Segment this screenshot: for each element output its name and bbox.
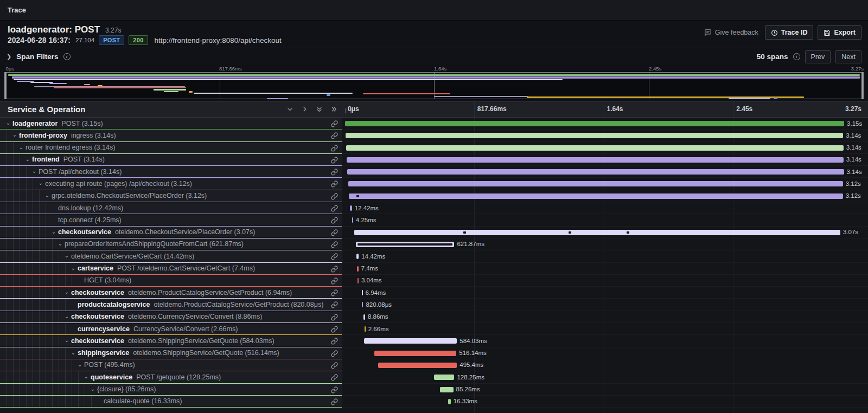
span-timeline-cell[interactable]: 3.14s — [342, 154, 868, 166]
span-name-cell[interactable]: ⌄{closure} (85.26ms) — [0, 384, 342, 396]
span-bar[interactable] — [357, 266, 358, 272]
span-bar[interactable] — [350, 205, 352, 211]
span-bar[interactable] — [346, 133, 843, 138]
span-bar[interactable] — [363, 314, 365, 320]
span-bar[interactable] — [434, 375, 454, 380]
span-name-cell[interactable]: ⌄executing api route (pages) /api/checko… — [0, 178, 342, 190]
span-link-icon[interactable] — [331, 156, 338, 166]
span-name-cell[interactable]: ⌄shippingserviceoteldemo.ShippingService… — [0, 347, 342, 359]
span-name-cell[interactable]: ⌄checkoutserviceoteldemo.ProductCatalogS… — [0, 287, 342, 299]
span-link-icon[interactable] — [331, 253, 338, 262]
info-icon[interactable]: i — [793, 53, 800, 60]
span-bar[interactable] — [365, 326, 366, 332]
span-link-icon[interactable] — [331, 350, 338, 359]
span-link-icon[interactable] — [331, 241, 338, 250]
span-link-icon[interactable] — [331, 337, 338, 347]
next-button[interactable]: Next — [835, 50, 861, 63]
span-link-icon[interactable] — [331, 204, 338, 214]
span-bar[interactable] — [374, 351, 456, 356]
span-name-cell[interactable]: ⌄cartservicePOST /oteldemo.CartService/G… — [0, 263, 342, 275]
span-bar[interactable] — [346, 145, 844, 151]
span-bar[interactable] — [354, 230, 840, 235]
trace-id-button[interactable]: Trace ID — [765, 25, 814, 40]
span-timeline-cell[interactable]: 128.25ms — [342, 371, 868, 383]
expand-all-icon[interactable] — [330, 106, 337, 113]
span-link-icon[interactable] — [331, 120, 338, 130]
span-timeline-cell[interactable]: 584.03ms — [342, 335, 868, 347]
span-name-cell[interactable]: ⌄router frontend egress (3.14s) — [0, 142, 342, 154]
span-link-icon[interactable] — [331, 265, 338, 275]
span-timeline-cell[interactable]: 3.14s — [342, 130, 868, 141]
span-link-icon[interactable] — [331, 398, 338, 408]
span-name-cell[interactable]: ⌄loadgeneratorPOST (3.15s) — [0, 118, 342, 130]
span-timeline-cell[interactable]: 820.08μs — [342, 299, 868, 311]
collapse-chevron-icon[interactable]: ⌄ — [43, 192, 51, 198]
span-link-icon[interactable] — [331, 216, 338, 226]
span-bar[interactable] — [356, 254, 359, 259]
span-link-icon[interactable] — [331, 373, 338, 383]
span-name-cell[interactable]: ⌄oteldemo.CartService/GetCart (14.42ms) — [0, 250, 342, 262]
span-link-icon[interactable] — [331, 313, 338, 323]
span-bar[interactable] — [356, 242, 454, 247]
trace-minimap[interactable] — [4, 72, 864, 99]
span-bar[interactable] — [347, 157, 844, 163]
span-timeline-cell[interactable]: 621.87ms — [342, 238, 868, 250]
span-bar[interactable] — [440, 387, 454, 392]
span-bar[interactable] — [448, 399, 451, 404]
collapse-chevron-icon[interactable]: ⌄ — [63, 253, 71, 259]
span-link-icon[interactable] — [331, 289, 338, 299]
span-timeline-cell[interactable]: 3.04ms — [342, 275, 868, 287]
span-name-cell[interactable]: calculate-quote (16.33ms) — [0, 396, 342, 408]
span-timeline-cell[interactable]: 14.42ms — [342, 250, 868, 262]
prev-button[interactable]: Prev — [805, 50, 831, 63]
collapse-chevron-icon[interactable]: ⌄ — [4, 120, 12, 126]
span-timeline-cell[interactable]: 3.14s — [342, 142, 868, 154]
export-button[interactable]: Export — [818, 25, 861, 40]
span-timeline-cell[interactable]: 3.14s — [342, 166, 868, 178]
span-name-cell[interactable]: ⌄POST (495.4ms) — [0, 359, 342, 371]
span-timeline-cell[interactable]: 8.86ms — [342, 311, 868, 323]
collapse-chevron-icon[interactable]: ⌄ — [24, 156, 31, 162]
collapse-chevron-icon[interactable]: ⌄ — [37, 180, 44, 186]
span-link-icon[interactable] — [331, 180, 338, 190]
span-timeline-cell[interactable]: 4.25ms — [342, 214, 868, 226]
collapse-chevron-icon[interactable]: ⌄ — [63, 313, 71, 319]
span-link-icon[interactable] — [331, 277, 338, 287]
span-name-cell[interactable]: ⌄checkoutserviceoteldemo.CurrencyService… — [0, 311, 342, 323]
span-name-cell[interactable]: ⌄POST /api/checkout (3.14s) — [0, 166, 342, 178]
expand-one-icon[interactable] — [301, 106, 308, 113]
give-feedback-link[interactable]: Give feedback — [704, 29, 758, 36]
span-name-cell[interactable]: HGET (3.04ms) — [0, 275, 342, 287]
span-timeline-cell[interactable]: 85.26ms — [342, 384, 868, 396]
span-bar[interactable] — [345, 121, 844, 126]
span-name-cell[interactable]: ⌄frontendPOST (3.14s) — [0, 154, 342, 166]
span-link-icon[interactable] — [331, 301, 338, 311]
span-timeline-cell[interactable]: 7.4ms — [342, 263, 868, 275]
span-bar[interactable] — [349, 193, 843, 199]
collapse-chevron-icon[interactable]: ⌄ — [17, 144, 25, 150]
span-bar[interactable] — [364, 338, 457, 344]
collapse-chevron-icon[interactable]: ⌄ — [11, 132, 18, 138]
span-name-cell[interactable]: tcp.connect (4.25ms) — [0, 214, 342, 226]
span-filters-toggle[interactable]: ❯ Span Filters i — [7, 53, 71, 61]
span-timeline-cell[interactable]: 495.4ms — [342, 359, 868, 371]
span-link-icon[interactable] — [331, 229, 338, 238]
span-timeline-cell[interactable]: 16.33ms — [342, 396, 868, 408]
minimap-right-handle[interactable] — [861, 73, 863, 99]
span-link-icon[interactable] — [331, 168, 338, 178]
span-timeline-cell[interactable]: 2.66ms — [342, 323, 868, 335]
collapse-chevron-icon[interactable]: ⌄ — [69, 265, 77, 271]
span-name-cell[interactable]: ⌄frontend-proxyingress (3.14s) — [0, 130, 342, 141]
span-bar[interactable] — [347, 169, 844, 175]
info-icon[interactable]: i — [63, 53, 71, 60]
collapse-chevron-icon[interactable]: ⌄ — [63, 337, 71, 343]
span-name-cell[interactable]: ⌄prepareOrderItemsAndShippingQuoteFromCa… — [0, 238, 342, 250]
span-timeline-cell[interactable]: 3.12s — [342, 190, 868, 202]
span-timeline-cell[interactable]: 3.07s — [342, 227, 868, 238]
span-name-cell[interactable]: currencyserviceCurrencyService/Convert (… — [0, 323, 342, 335]
collapse-chevron-icon[interactable]: ⌄ — [50, 229, 58, 235]
span-name-cell[interactable]: ⌄grpc.oteldemo.CheckoutService/PlaceOrde… — [0, 190, 342, 202]
span-timeline-cell[interactable]: 516.14ms — [342, 347, 868, 359]
collapse-chevron-icon[interactable]: ⌄ — [89, 386, 97, 392]
span-name-cell[interactable]: ⌄quoteservicePOST /getquote (128.25ms) — [0, 371, 342, 383]
